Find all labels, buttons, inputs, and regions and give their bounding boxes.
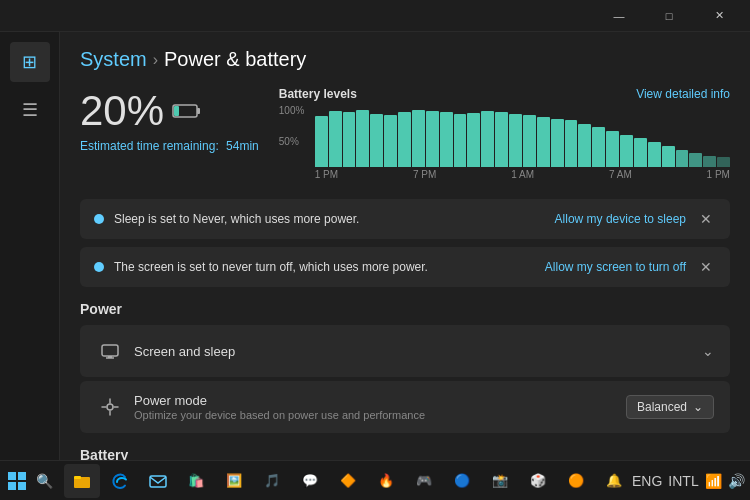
- chart-bar-12: [481, 111, 494, 167]
- main-panel: System › Power & battery 20% Estimated t…: [60, 32, 750, 460]
- svg-rect-1: [197, 108, 200, 114]
- chart-bar-25: [662, 146, 675, 167]
- title-bar: — □ ✕: [0, 0, 750, 32]
- taskbar-start[interactable]: [8, 466, 26, 496]
- chart-bar-3: [356, 110, 369, 167]
- notif-action-screen[interactable]: Allow my screen to turn off: [545, 260, 686, 274]
- screen-sleep-icon: [96, 337, 124, 365]
- estimated-label: Estimated time remaining:: [80, 139, 219, 153]
- close-button[interactable]: ✕: [696, 0, 742, 32]
- taskbar-app10[interactable]: 🔔: [596, 464, 632, 498]
- svg-rect-11: [74, 476, 81, 479]
- taskbar-search[interactable]: 🔍: [26, 464, 62, 498]
- screen-sleep-info: Screen and sleep: [134, 344, 702, 359]
- chart-bar-6: [398, 112, 411, 167]
- top-section: 20% Estimated time remaining: 54min Batt…: [80, 87, 730, 185]
- chart-y-50: 50%: [279, 136, 315, 147]
- taskbar-app9[interactable]: 🟠: [558, 464, 594, 498]
- breadcrumb: System › Power & battery: [80, 48, 730, 71]
- chart-bar-11: [467, 113, 480, 167]
- notif-dot-sleep: [94, 214, 104, 224]
- estimated-time: Estimated time remaining: 54min: [80, 139, 259, 153]
- chart-bar-1: [329, 111, 342, 167]
- chart-bar-23: [634, 138, 647, 167]
- taskbar-app5[interactable]: 🎮: [406, 464, 442, 498]
- notif-close-sleep[interactable]: ✕: [696, 209, 716, 229]
- notif-action-sleep[interactable]: Allow my device to sleep: [555, 212, 686, 226]
- breadcrumb-separator: ›: [153, 51, 158, 69]
- x-label-7pm: 7 PM: [413, 169, 436, 180]
- chart-bar-26: [676, 150, 689, 167]
- chart-bar-24: [648, 142, 661, 167]
- chart-bar-16: [537, 117, 550, 167]
- chart-bar-7: [412, 110, 425, 167]
- screen-sleep-name: Screen and sleep: [134, 344, 702, 359]
- breadcrumb-parent[interactable]: System: [80, 48, 147, 71]
- battery-percent-display: 20%: [80, 87, 259, 135]
- taskbar-app8[interactable]: 🎲: [520, 464, 556, 498]
- chart-bar-10: [454, 114, 467, 167]
- battery-chart-area: Battery levels View detailed info 100% 5…: [279, 87, 730, 185]
- battery-section-label: Battery: [80, 447, 730, 460]
- tray-region: INTL: [668, 473, 698, 489]
- power-mode-icon: [96, 393, 124, 421]
- taskbar-app1[interactable]: 🎵: [254, 464, 290, 498]
- taskbar-photos[interactable]: 🖼️: [216, 464, 252, 498]
- explorer-icon: [73, 472, 91, 490]
- svg-rect-6: [8, 472, 16, 480]
- tray-sound[interactable]: 🔊: [728, 473, 745, 489]
- sidebar-icon-nav1[interactable]: ☰: [10, 90, 50, 130]
- notifications-area: Sleep is set to Never, which uses more p…: [80, 199, 730, 287]
- chart-bar-18: [565, 120, 578, 167]
- minimize-button[interactable]: —: [596, 0, 642, 32]
- taskbar-apps: 🔍 🛍️ 🖼️ 🎵 💬 🔶 🔥 🎮 🔵 📸 🎲 🟠 🔔: [26, 464, 632, 498]
- chart-bar-27: [689, 153, 702, 167]
- chart-bar-22: [620, 135, 633, 167]
- power-mode-info: Power mode Optimize your device based on…: [134, 393, 626, 421]
- bars-wrapper: [315, 105, 730, 167]
- chart-y-100: 100%: [279, 105, 315, 116]
- chart-bar-28: [703, 156, 716, 167]
- chart-x-labels: 1 PM 7 PM 1 AM 7 AM 1 PM: [315, 169, 730, 180]
- taskbar-edge[interactable]: [102, 464, 138, 498]
- chart-bar-20: [592, 127, 605, 167]
- taskbar-tray: ENG INTL 📶 🔊 🔋 1:14 PM 7/28/2021: [632, 465, 750, 496]
- power-mode-name: Power mode: [134, 393, 626, 408]
- taskbar-app4[interactable]: 🔥: [368, 464, 404, 498]
- taskbar-app7[interactable]: 📸: [482, 464, 518, 498]
- chart-bar-19: [578, 124, 591, 167]
- content-area: ⊞ ☰ System › Power & battery 20%: [0, 32, 750, 460]
- battery-icon: [172, 102, 202, 120]
- svg-rect-3: [102, 345, 118, 356]
- chart-link[interactable]: View detailed info: [636, 87, 730, 101]
- taskbar-store[interactable]: 🛍️: [178, 464, 214, 498]
- chart-y-labels: 100% 50%: [279, 105, 315, 167]
- chart-bar-14: [509, 114, 522, 167]
- taskbar-app3[interactable]: 🔶: [330, 464, 366, 498]
- taskbar-explorer[interactable]: [64, 464, 100, 498]
- maximize-button[interactable]: □: [646, 0, 692, 32]
- svg-rect-9: [18, 482, 26, 490]
- taskbar-app2[interactable]: 💬: [292, 464, 328, 498]
- taskbar-mail[interactable]: [140, 464, 176, 498]
- sidebar: ⊞ ☰: [0, 32, 60, 460]
- notif-close-screen[interactable]: ✕: [696, 257, 716, 277]
- taskbar-app6[interactable]: 🔵: [444, 464, 480, 498]
- battery-percent-value: 20%: [80, 87, 164, 135]
- chart-bar-21: [606, 131, 619, 167]
- power-mode-dropdown[interactable]: Balanced ⌄: [626, 395, 714, 419]
- tray-lang[interactable]: ENG: [632, 473, 662, 489]
- windows-logo: [8, 472, 26, 490]
- chart-bar-29: [717, 157, 730, 167]
- tray-wifi[interactable]: 📶: [705, 473, 722, 489]
- breadcrumb-current: Power & battery: [164, 48, 306, 71]
- power-mode-row[interactable]: Power mode Optimize your device based on…: [80, 381, 730, 433]
- screen-sleep-row[interactable]: Screen and sleep ⌄: [80, 325, 730, 377]
- chart-header: Battery levels View detailed info: [279, 87, 730, 101]
- taskbar: 🔍 🛍️ 🖼️ 🎵 💬 🔶 🔥 🎮 🔵 📸 🎲 🟠 🔔 ENG INTL 📶 🔊…: [0, 460, 750, 500]
- mail-icon: [149, 472, 167, 490]
- sidebar-icon-system[interactable]: ⊞: [10, 42, 50, 82]
- x-label-1pm: 1 PM: [315, 169, 338, 180]
- chart-bar-9: [440, 112, 453, 167]
- chart-title: Battery levels: [279, 87, 357, 101]
